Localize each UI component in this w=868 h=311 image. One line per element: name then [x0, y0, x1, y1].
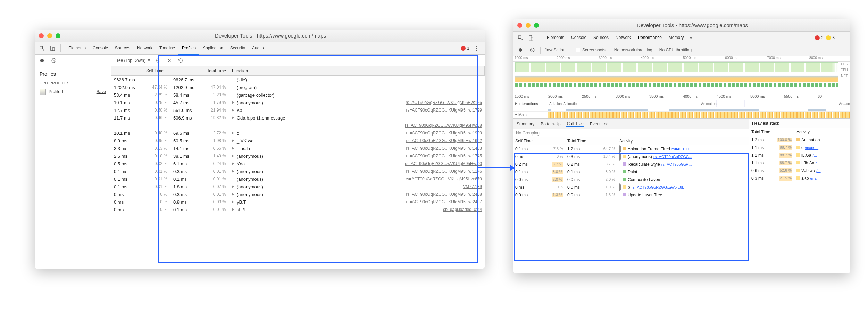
call-tree-row[interactable]: 0.0 ms2.0 %0.0 ms2.0 %Composite Layers	[513, 176, 749, 183]
table-row[interactable]: 19.1 ms0.75 %45.7 ms1.79 %(anonymous)rs=…	[111, 99, 485, 106]
table-row[interactable]: 2.6 ms0.10 %38.1 ms1.49 %(anonymous)rs=A…	[111, 152, 485, 160]
disclosure-triangle-icon[interactable]	[232, 208, 234, 211]
disclosure-triangle-icon[interactable]	[232, 132, 234, 134]
disclosure-triangle-icon[interactable]	[232, 147, 234, 150]
tab-profiles[interactable]: Profiles	[178, 42, 199, 55]
table-row[interactable]: 0.1 ms0.01 %0.1 ms0.01 %(anonymous)rs=AC…	[111, 175, 485, 183]
source-link[interactable]: rs=ACT90oGqRZGG...wVKUlgM95Hw:88	[405, 123, 482, 128]
clear-icon[interactable]	[528, 46, 536, 54]
source-link[interactable]: rs=ACT90oGqRZGG...KUlgM95Hw:1929	[406, 131, 482, 136]
disclosure-triangle-icon[interactable]	[232, 109, 234, 112]
source-link[interactable]: rs=ACT90oGqRZGG...VKUlgM95Hw:679	[406, 177, 482, 181]
col-activity[interactable]: Activity	[617, 137, 749, 145]
maximize-window-button[interactable]	[56, 33, 60, 38]
inspect-element-icon[interactable]	[38, 44, 46, 52]
table-row[interactable]: 0.5 ms0.02 %6.1 ms0.24 %Ydars=ACT90oGqRZ…	[111, 160, 485, 167]
overflow-tabs-icon[interactable]: »	[690, 34, 692, 42]
source-link[interactable]: rs=ACT90oGqRZGG...KUlgM95Hw:2407	[406, 199, 482, 204]
record-icon[interactable]	[38, 57, 46, 64]
disclosure-triangle-icon[interactable]	[232, 170, 234, 173]
source-link[interactable]: rs=ACT90oGqRZGG...wVKUlgM95Hw:90	[405, 161, 482, 166]
tab-network[interactable]: Network	[612, 31, 634, 44]
table-row[interactable]: 12.7 ms0.50 %561.0 ms21.94 %Kars=ACT90oG…	[111, 106, 485, 114]
tab-timeline[interactable]: Timeline	[156, 42, 178, 55]
close-window-button[interactable]	[39, 33, 44, 38]
source-link[interactable]: /...	[816, 169, 820, 173]
source-link[interactable]: rs=ACT90oGqRZGG...	[653, 155, 692, 159]
hs-col-total[interactable]: Total Time	[749, 128, 794, 136]
save-profile-link[interactable]: Save	[97, 89, 106, 94]
more-menu-icon[interactable]: ⋮	[837, 34, 846, 42]
call-tree-row[interactable]: 0.1 ms7.3 %1.2 ms64.7 %Animation Frame F…	[513, 145, 749, 153]
source-link[interactable]: rs=ACT90oGqRZGG...KUlgM95Hw:1799	[406, 108, 482, 113]
disclosure-triangle-icon[interactable]	[619, 183, 621, 191]
table-row[interactable]: 8.9 ms0.35 %50.5 ms1.98 %_.VK.wars=ACT90…	[111, 137, 485, 145]
source-link[interactable]: /...	[813, 153, 817, 157]
disclosure-triangle-icon[interactable]	[232, 155, 234, 157]
details-tab-event-log[interactable]: Event Log	[589, 122, 609, 126]
tree-mode-dropdown[interactable]: Tree (Top Down)	[115, 58, 150, 63]
col-total-time[interactable]: Total Time	[170, 66, 229, 75]
interactions-track[interactable]: Interactions Ani...ion Animation Animati…	[513, 100, 850, 107]
table-row[interactable]: 10.1 ms0.40 %69.6 ms2.72 %crs=ACT90oGqRZ…	[111, 129, 485, 137]
tab-security[interactable]: Security	[227, 42, 249, 55]
call-tree-row[interactable]: 0 ms0 %0.0 ms1.9 %brs=ACT90oGqRZGGxuWo-z…	[513, 183, 749, 191]
col-function[interactable]: Function	[229, 66, 485, 75]
disclosure-triangle-icon[interactable]	[232, 200, 234, 203]
disclosure-triangle-icon[interactable]	[232, 162, 234, 165]
col-self-time[interactable]: Self Time	[111, 66, 170, 75]
tab-sources[interactable]: Sources	[111, 42, 134, 55]
category-dropdown[interactable]: JavaScript	[545, 48, 567, 52]
toggle-device-icon[interactable]	[49, 44, 56, 52]
table-row[interactable]: rs=ACT90oGqRZGG...wVKUlgM95Hw:88	[111, 122, 485, 129]
tab-console[interactable]: Console	[89, 42, 111, 55]
minimize-window-button[interactable]	[526, 23, 531, 28]
exclude-icon[interactable]	[166, 57, 173, 64]
tab-elements[interactable]: Elements	[543, 31, 568, 44]
tab-audits[interactable]: Audits	[249, 42, 267, 55]
heaviest-stack-row[interactable]: 1.2 ms100.0 %Animation	[749, 136, 850, 144]
flame-chart-area[interactable]: 1500 ms2000 ms2500 ms3000 ms3500 ms4000 …	[513, 94, 850, 118]
error-count-badge[interactable]: 3	[815, 35, 824, 40]
disclosure-triangle-icon[interactable]	[232, 185, 234, 188]
clear-icon[interactable]	[50, 57, 58, 64]
warning-count-badge[interactable]: 6	[826, 35, 835, 40]
source-link[interactable]: rs=ACT90oGqRZGGxuWo-z8B...	[632, 185, 688, 189]
source-link[interactable]: rs=ACT90oGqRZGG...KUlgM95Hw:1176	[406, 169, 482, 174]
disclosure-triangle-icon[interactable]	[232, 139, 234, 142]
tab-elements[interactable]: Elements	[65, 42, 89, 55]
disclosure-triangle-icon[interactable]	[619, 153, 621, 161]
disclosure-triangle-icon[interactable]	[232, 116, 234, 119]
table-row[interactable]: 0 ms0 %0.8 ms0.03 %yB.Trs=ACT90oGqRZGG..…	[111, 198, 485, 206]
source-link[interactable]: /...	[816, 161, 820, 165]
source-link[interactable]: rs=ACT90oGqRZGG...KUlgM95Hw:1662	[406, 138, 482, 143]
source-link[interactable]: rs=ACT90oGqRZGG...KUlgM95Hw:2408	[406, 192, 482, 197]
performance-overview[interactable]: 1000 ms2000 ms3000 ms4000 ms5000 ms6000 …	[513, 56, 850, 94]
table-row[interactable]: 11.7 ms0.46 %506.9 ms19.82 %Oda.b.port1.…	[111, 114, 485, 122]
heaviest-stack-row[interactable]: 1.1 ms88.7 %iL.Ga/...	[749, 152, 850, 159]
reload-icon[interactable]	[177, 57, 184, 64]
profile-item[interactable]: Profile 1 Save	[35, 87, 111, 97]
call-tree-row[interactable]: 0.2 ms8.7 %0.2 ms8.7 %Recalculate Styler…	[513, 161, 749, 168]
cpu-throttling-dropdown[interactable]: No CPU throttling	[659, 48, 694, 52]
details-tab-call-tree[interactable]: Call Tree	[566, 121, 584, 127]
source-link[interactable]: rs=ACT90...	[671, 147, 692, 151]
call-tree-row[interactable]: 0.0 ms1.3 %0.0 ms1.3 %Update Layer Tree	[513, 191, 749, 199]
tab-sources[interactable]: Sources	[590, 31, 612, 44]
source-link[interactable]: VM77:139	[463, 184, 482, 189]
source-link[interactable]: rs=ACT90oGqRZGG...VKUlgM95Hw:126	[406, 100, 482, 105]
source-link[interactable]: rs=ACT90oGqR...	[661, 162, 692, 166]
hs-col-activity[interactable]: Activity	[794, 128, 850, 136]
tab-network[interactable]: Network	[134, 42, 156, 55]
close-window-button[interactable]	[517, 23, 522, 28]
source-link[interactable]: rs=ACT90oGqRZGG...KUlgM95Hw:1483	[406, 146, 482, 151]
minimize-window-button[interactable]	[47, 33, 52, 38]
tab-memory[interactable]: Memory	[665, 31, 687, 44]
table-row[interactable]: 0 ms0 %0.1 ms0.01 %sl.PEcb=gapi.loaded_0…	[111, 206, 485, 213]
table-row[interactable]: 1202.9 ms47.04 %1202.9 ms47.04 %(program…	[111, 83, 485, 91]
details-tab-bottom-up[interactable]: Bottom-Up	[540, 122, 561, 126]
tab-application[interactable]: Application	[199, 42, 227, 55]
table-row[interactable]: 58.4 ms2.29 %58.4 ms2.29 %(garbage colle…	[111, 91, 485, 99]
main-thread-track[interactable]: Main	[513, 112, 850, 118]
heaviest-stack-row[interactable]: 0.6 ms52.6 %VJb.wa/...	[749, 167, 850, 174]
